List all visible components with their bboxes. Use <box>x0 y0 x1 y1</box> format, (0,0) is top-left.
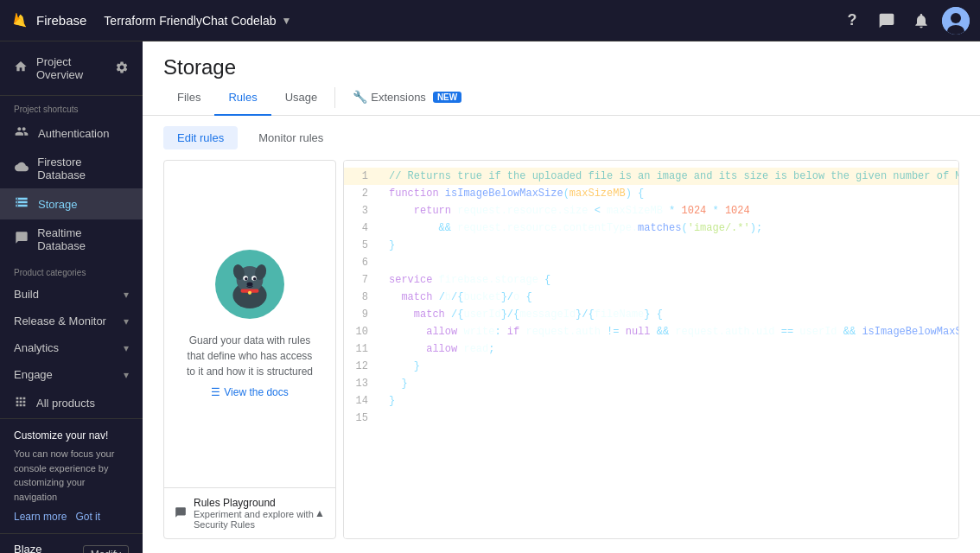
plan-info: Blaze Pay as you go <box>14 543 74 553</box>
sidebar-customize: Customize your nav! You can now focus yo… <box>0 418 143 533</box>
edit-rules-button[interactable]: Edit rules <box>163 126 238 149</box>
sidebar-item-storage[interactable]: Storage <box>0 188 143 219</box>
code-line-13: 13 } <box>344 375 958 392</box>
main-layout: Project Overview Project shortcuts Authe… <box>0 41 980 553</box>
learn-more-link[interactable]: Learn more <box>14 511 67 523</box>
code-line-11: 11 allow read; <box>344 340 958 358</box>
sidebar-customize-links: Learn more Got it <box>14 511 129 523</box>
sidebar-item-firestore-label: Firestore Database <box>37 156 129 181</box>
sidebar: Project Overview Project shortcuts Authe… <box>0 41 143 553</box>
code-line-2: 2 function isImageBelowMaxSize(maxSizeMB… <box>344 185 958 202</box>
release-chevron-icon: ▾ <box>124 315 129 327</box>
sidebar-category-build[interactable]: Build ▾ <box>0 281 143 308</box>
realtime-icon <box>14 231 29 248</box>
storage-icon <box>14 195 29 213</box>
code-line-12: 12 } <box>344 358 958 375</box>
analytics-chevron-icon: ▾ <box>124 342 129 354</box>
tabs-bar: Files Rules Usage 🔧 Extensions NEW <box>143 79 980 116</box>
engage-chevron-icon: ▾ <box>124 369 129 381</box>
tab-rules[interactable]: Rules <box>214 80 270 116</box>
rules-playground: Guard your data with rules that define w… <box>163 160 336 539</box>
got-it-link[interactable]: Got it <box>75 511 100 523</box>
notifications-button[interactable] <box>907 7 935 35</box>
playground-footer[interactable]: Rules Playground Experiment and explore … <box>164 487 335 538</box>
page-title: Storage <box>163 55 959 79</box>
playground-footer-text: Rules Playground Experiment and explore … <box>194 497 315 530</box>
playground-description: Guard your data with rules that define w… <box>181 333 318 379</box>
code-line-5: 5 } <box>344 237 958 254</box>
shortcuts-label: Project shortcuts <box>0 96 143 118</box>
sidebar-category-release[interactable]: Release & Monitor ▾ <box>0 308 143 334</box>
project-selector[interactable]: Terraform FriendlyChat Codelab ▼ <box>104 14 838 28</box>
view-docs-link[interactable]: ☰ View the docs <box>211 386 289 398</box>
tab-extensions[interactable]: 🔧 Extensions NEW <box>339 79 475 116</box>
code-line-1: 1 // Returns true if the uploaded file i… <box>344 168 958 185</box>
sidebar-item-firestore[interactable]: Firestore Database <box>0 149 143 188</box>
sidebar-plan: Blaze Pay as you go Modify <box>0 533 143 553</box>
code-line-15: 15 <box>344 410 958 427</box>
monitor-rules-button[interactable]: Monitor rules <box>245 126 337 149</box>
sidebar-item-authentication[interactable]: Authentication <box>0 118 143 149</box>
user-avatar[interactable] <box>942 7 970 35</box>
content-area: Storage Files Rules Usage 🔧 Extensions N… <box>143 41 980 553</box>
sidebar-all-products[interactable]: All products <box>0 388 143 418</box>
modify-plan-button[interactable]: Modify <box>83 545 129 554</box>
tab-files[interactable]: Files <box>163 80 214 116</box>
playground-footer-icon <box>175 506 187 521</box>
code-line-10: 10 allow write: if request.auth != null … <box>344 323 958 340</box>
svg-point-11 <box>247 283 253 287</box>
content-header: Storage <box>143 41 980 79</box>
help-button[interactable]: ? <box>838 7 866 35</box>
topbar: Firebase Terraform FriendlyChat Codelab … <box>0 0 980 41</box>
sidebar-category-engage[interactable]: Engage ▾ <box>0 361 143 388</box>
settings-icon[interactable] <box>115 60 129 77</box>
svg-point-9 <box>245 277 248 281</box>
rules-toolbar: Edit rules Monitor rules <box>143 116 980 160</box>
build-chevron-icon: ▾ <box>124 289 129 301</box>
tab-divider <box>334 87 335 108</box>
code-line-14: 14 } <box>344 392 958 410</box>
sidebar-item-realtime[interactable]: Realtime Database <box>0 219 143 259</box>
playground-dog-avatar <box>215 250 284 319</box>
sidebar-item-authentication-label: Authentication <box>38 127 109 140</box>
docs-icon: ☰ <box>211 386 220 398</box>
code-line-6: 6 <box>344 254 958 271</box>
code-line-9: 9 match /{userId}/{messageId}/{fileName}… <box>344 306 958 323</box>
tab-usage[interactable]: Usage <box>271 80 332 116</box>
code-line-4: 4 && request.resource.contentType.matche… <box>344 219 958 237</box>
playground-chevron-icon: ▲ <box>315 507 325 519</box>
extensions-badge: NEW <box>433 92 461 103</box>
sidebar-category-build-label: Build <box>14 288 39 301</box>
sidebar-category-analytics[interactable]: Analytics ▾ <box>0 334 143 361</box>
svg-point-1 <box>951 13 961 23</box>
sidebar-project-overview[interactable]: Project Overview <box>0 48 143 88</box>
playground-footer-left: Rules Playground Experiment and explore … <box>175 497 315 530</box>
authentication-icon <box>14 124 29 142</box>
svg-point-10 <box>253 277 257 281</box>
sidebar-project-section: Project Overview <box>0 41 143 96</box>
playground-content: Guard your data with rules that define w… <box>164 161 335 487</box>
code-line-7: 7 service firebase.storage { <box>344 271 958 289</box>
sidebar-shortcuts: Project shortcuts Authentication Firesto… <box>0 96 143 259</box>
sidebar-category-analytics-label: Analytics <box>14 341 59 354</box>
sidebar-item-realtime-label: Realtime Database <box>37 226 129 252</box>
firebase-logo: Firebase <box>10 10 86 31</box>
extensions-icon: 🔧 <box>353 90 367 104</box>
firestore-icon <box>14 160 29 177</box>
code-line-8: 8 match /b/{bucket}/o { <box>344 289 958 306</box>
project-dropdown-icon: ▼ <box>282 15 292 27</box>
sidebar-category-engage-label: Engage <box>14 368 53 381</box>
sidebar-category-release-label: Release & Monitor <box>14 315 106 327</box>
code-line-3: 3 return request.resource.size < maxSize… <box>344 202 958 219</box>
svg-point-13 <box>248 291 251 295</box>
home-icon <box>14 60 28 77</box>
chat-button[interactable] <box>873 7 900 35</box>
topbar-actions: ? <box>838 7 970 35</box>
product-categories-label: Product categories <box>0 259 143 281</box>
sidebar-item-storage-label: Storage <box>38 198 78 211</box>
code-editor[interactable]: 1 // Returns true if the uploaded file i… <box>343 160 959 539</box>
grid-icon <box>14 395 28 411</box>
rules-panel: Guard your data with rules that define w… <box>143 160 980 553</box>
code-container: 1 // Returns true if the uploaded file i… <box>344 161 958 434</box>
